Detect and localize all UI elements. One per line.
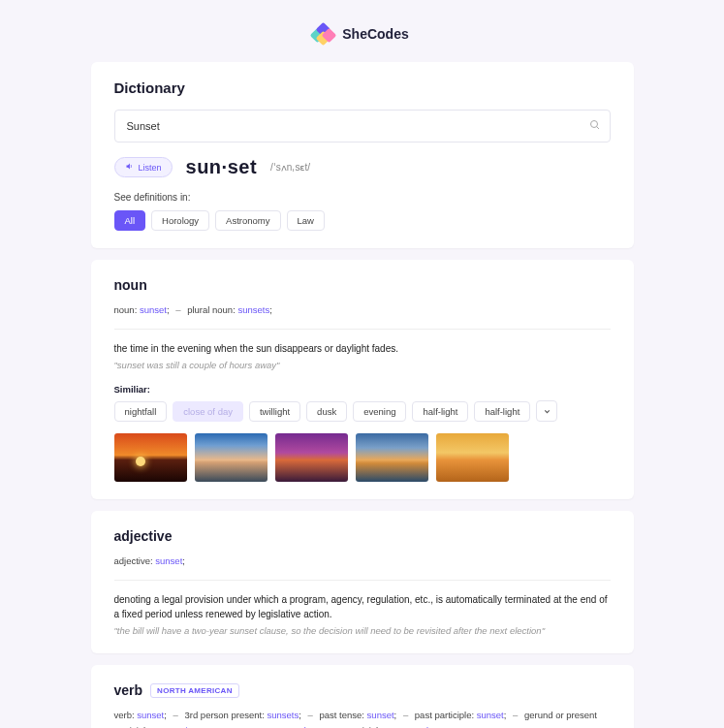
similar-chip[interactable]: twillight [249, 401, 300, 422]
pos-verb-title: verb [114, 682, 143, 698]
similar-section: Similiar: nightfallclose of daytwillight… [114, 384, 611, 422]
category-chip[interactable]: Astronomy [215, 210, 280, 231]
thumbnail-image[interactable] [114, 433, 187, 482]
noun-definition: the time in the evening when the sun dis… [114, 341, 611, 356]
category-chip[interactable]: Horology [151, 210, 209, 231]
adjective-forms: adjective: sunset; [114, 554, 611, 568]
headword: sun·set [186, 156, 258, 178]
similar-chip[interactable]: evening [353, 401, 406, 422]
thumbnail-image[interactable] [436, 433, 509, 482]
category-chips: AllHorologyAstronomyLaw [114, 210, 611, 231]
pos-adjective-title: adjective [114, 528, 611, 544]
expand-similar-button[interactable] [536, 400, 557, 422]
adjective-example: "the bill will have a two-year sunset cl… [114, 625, 611, 636]
verb-forms: verb: sunset; – 3rd person present: suns… [114, 708, 611, 728]
similar-label: Similiar: [114, 384, 611, 395]
brand-logo-icon [315, 23, 336, 45]
noun-card: noun noun: sunset; – plural noun: sunset… [91, 260, 634, 499]
image-thumbnails [114, 433, 611, 482]
chevron-down-icon [543, 404, 551, 419]
brand-name: SheCodes [342, 26, 408, 42]
pos-noun-title: noun [114, 277, 611, 293]
verb-card: verb NORTH AMERICAN verb: sunset; – 3rd … [91, 665, 634, 728]
noun-example: "sunset was still a couple of hours away… [114, 360, 611, 370]
similar-chip[interactable]: dusk [306, 401, 347, 422]
adjective-definition: denoting a legal provision under which a… [114, 592, 611, 621]
pronunciation: /ˈsʌnˌsɛt/ [270, 162, 310, 173]
search-icon[interactable] [589, 119, 601, 133]
similar-chip[interactable]: nightfall [114, 401, 168, 422]
search-input[interactable] [114, 110, 611, 142]
category-chip[interactable]: All [114, 210, 146, 231]
similar-chip[interactable]: half-light [412, 401, 468, 422]
search-wrapper [114, 110, 611, 142]
svg-point-0 [590, 121, 597, 128]
thumbnail-image[interactable] [356, 433, 428, 482]
thumbnail-image[interactable] [275, 433, 348, 482]
audio-icon [125, 162, 134, 173]
listen-button[interactable]: Listen [114, 157, 173, 177]
adjective-card: adjective adjective: sunset; denoting a … [91, 511, 634, 653]
page-title: Dictionary [114, 79, 611, 96]
divider [114, 329, 611, 330]
similar-chip[interactable]: close of day [173, 401, 243, 422]
see-definitions-label: See definitions in: [114, 192, 611, 203]
category-chip[interactable]: Law [287, 210, 325, 231]
brand-header: SheCodes [91, 23, 634, 45]
region-tag: NORTH AMERICAN [150, 683, 239, 698]
svg-line-1 [596, 127, 599, 130]
similar-chips: nightfallclose of daytwillightduskevenin… [114, 400, 611, 422]
similar-chip[interactable]: half-light [474, 401, 530, 422]
noun-forms: noun: sunset; – plural noun: sunsets; [114, 302, 611, 317]
divider [114, 580, 611, 581]
thumbnail-image[interactable] [195, 433, 268, 482]
headword-row: Listen sun·set /ˈsʌnˌsɛt/ [114, 156, 611, 178]
listen-label: Listen [139, 163, 162, 173]
search-card: Dictionary Listen sun·set /ˈsʌnˌsɛt/ See… [91, 62, 634, 248]
